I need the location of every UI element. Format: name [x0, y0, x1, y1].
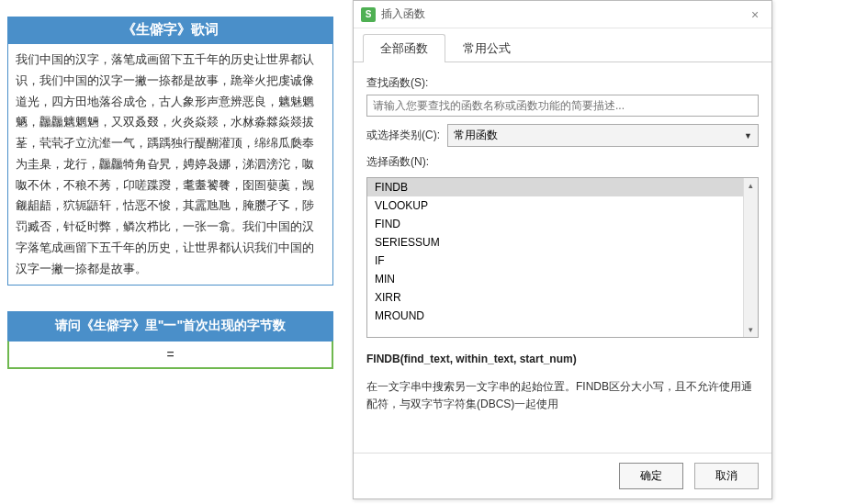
tab-all-functions[interactable]: 全部函数 [363, 34, 445, 62]
function-item-mround[interactable]: MROUND [367, 307, 758, 325]
question-bar: 请问《生僻字》里"一"首次出现的字节数 [7, 311, 333, 341]
close-icon[interactable]: × [746, 7, 764, 22]
wps-logo-icon: S [361, 7, 376, 22]
lyrics-content: 我们中国的汉字，落笔成画留下五千年的历史让世界都认识，我们中国的汉字一撇一捺都是… [7, 43, 333, 286]
function-list: FINDB VLOOKUP FIND SERIESSUM IF MIN XIRR… [366, 177, 759, 338]
tab-common-formulas[interactable]: 常用公式 [445, 34, 528, 62]
function-syntax: FINDB(find_text, within_text, start_num) [366, 353, 759, 365]
dialog-tabs: 全部函数 常用公式 [354, 28, 771, 62]
dialog-footer: 确定 取消 [354, 453, 771, 498]
function-item-vlookup[interactable]: VLOOKUP [367, 196, 758, 215]
function-item-xirr[interactable]: XIRR [367, 288, 758, 307]
category-label: 或选择类别(C): [366, 128, 440, 143]
scroll-down-icon[interactable]: ▾ [744, 322, 758, 337]
search-label: 查找函数(S): [366, 75, 759, 91]
ok-button[interactable]: 确定 [619, 463, 683, 489]
function-item-findb[interactable]: FINDB [367, 178, 758, 196]
cancel-button[interactable]: 取消 [694, 463, 759, 489]
function-item-seriessum[interactable]: SERIESSUM [367, 233, 758, 252]
lyrics-title: 《生僻字》歌词 [7, 17, 333, 43]
insert-function-dialog: S 插入函数 × 全部函数 常用公式 查找函数(S): 或选择类别(C): 常用… [353, 0, 772, 499]
category-dropdown[interactable]: 常用函数 ▼ [447, 124, 759, 147]
scrollbar[interactable]: ▴ ▾ [743, 178, 758, 337]
function-item-if[interactable]: IF [367, 252, 758, 270]
search-input[interactable] [366, 95, 759, 117]
answer-cell[interactable]: = [7, 341, 333, 369]
dialog-title: 插入函数 [381, 6, 746, 22]
scroll-up-icon[interactable]: ▴ [744, 178, 758, 193]
function-description: 在一文字串中搜索另一文字串的起始位置。FINDB区分大小写，且不允许使用通配符，… [366, 378, 759, 413]
function-item-find[interactable]: FIND [367, 215, 758, 233]
chevron-down-icon: ▼ [744, 131, 752, 140]
dialog-header: S 插入函数 × [354, 1, 771, 28]
function-item-min[interactable]: MIN [367, 270, 758, 288]
select-function-label: 选择函数(N): [366, 154, 759, 170]
category-value: 常用函数 [454, 128, 498, 143]
